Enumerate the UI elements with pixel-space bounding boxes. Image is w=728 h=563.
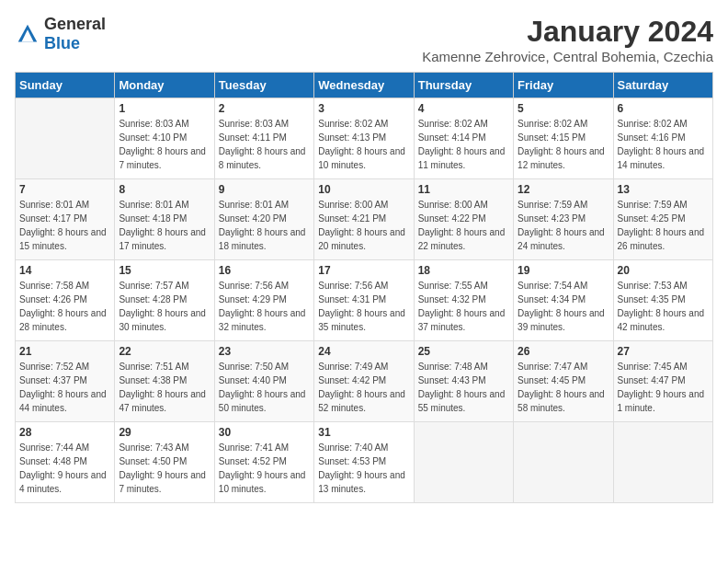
calendar-cell: 14 Sunrise: 7:58 AMSunset: 4:26 PMDaylig… bbox=[16, 260, 115, 341]
day-number: 9 bbox=[219, 183, 310, 196]
day-number: 13 bbox=[618, 183, 709, 196]
day-info: Sunrise: 7:55 AMSunset: 4:32 PMDaylight:… bbox=[418, 279, 509, 334]
subtitle: Kamenne Zehrovice, Central Bohemia, Czec… bbox=[422, 49, 713, 64]
day-info: Sunrise: 8:01 AMSunset: 4:18 PMDaylight:… bbox=[119, 198, 210, 253]
day-number: 16 bbox=[219, 264, 310, 277]
calendar-week-row: 21 Sunrise: 7:52 AMSunset: 4:37 PMDaylig… bbox=[16, 341, 713, 422]
day-info: Sunrise: 7:45 AMSunset: 4:47 PMDaylight:… bbox=[618, 360, 709, 415]
calendar-cell: 20 Sunrise: 7:53 AMSunset: 4:35 PMDaylig… bbox=[613, 260, 712, 341]
calendar-cell: 3 Sunrise: 8:02 AMSunset: 4:13 PMDayligh… bbox=[314, 98, 414, 179]
day-number: 14 bbox=[19, 264, 110, 277]
day-info: Sunrise: 7:43 AMSunset: 4:50 PMDaylight:… bbox=[119, 441, 210, 496]
day-info: Sunrise: 7:49 AMSunset: 4:42 PMDaylight:… bbox=[318, 360, 409, 415]
calendar-cell bbox=[514, 422, 613, 503]
day-info: Sunrise: 8:00 AMSunset: 4:21 PMDaylight:… bbox=[318, 198, 409, 253]
calendar-cell: 21 Sunrise: 7:52 AMSunset: 4:37 PMDaylig… bbox=[16, 341, 115, 422]
logo-icon bbox=[15, 21, 40, 47]
day-info: Sunrise: 7:41 AMSunset: 4:52 PMDaylight:… bbox=[219, 441, 310, 496]
day-number: 18 bbox=[418, 264, 509, 277]
calendar-cell: 10 Sunrise: 8:00 AMSunset: 4:21 PMDaylig… bbox=[314, 179, 414, 260]
day-info: Sunrise: 7:51 AMSunset: 4:38 PMDaylight:… bbox=[119, 360, 210, 415]
calendar-header: SundayMondayTuesdayWednesdayThursdayFrid… bbox=[16, 73, 713, 98]
day-info: Sunrise: 8:03 AMSunset: 4:10 PMDaylight:… bbox=[119, 117, 210, 172]
title-block: January 2024 Kamenne Zehrovice, Central … bbox=[422, 15, 713, 64]
calendar-week-row: 28 Sunrise: 7:44 AMSunset: 4:48 PMDaylig… bbox=[16, 422, 713, 503]
calendar-table: SundayMondayTuesdayWednesdayThursdayFrid… bbox=[15, 72, 713, 503]
day-number: 31 bbox=[318, 426, 409, 439]
day-number: 28 bbox=[19, 426, 110, 439]
calendar-cell: 29 Sunrise: 7:43 AMSunset: 4:50 PMDaylig… bbox=[115, 422, 214, 503]
day-info: Sunrise: 8:02 AMSunset: 4:16 PMDaylight:… bbox=[618, 117, 709, 172]
day-number: 4 bbox=[418, 102, 509, 115]
calendar-cell: 17 Sunrise: 7:56 AMSunset: 4:31 PMDaylig… bbox=[314, 260, 414, 341]
day-number: 11 bbox=[418, 183, 509, 196]
calendar-cell: 30 Sunrise: 7:41 AMSunset: 4:52 PMDaylig… bbox=[214, 422, 313, 503]
day-number: 26 bbox=[518, 345, 609, 358]
calendar-cell bbox=[414, 422, 513, 503]
day-number: 30 bbox=[219, 426, 310, 439]
calendar-cell: 11 Sunrise: 8:00 AMSunset: 4:22 PMDaylig… bbox=[414, 179, 513, 260]
weekday-header-wednesday: Wednesday bbox=[314, 73, 414, 98]
weekday-header-tuesday: Tuesday bbox=[214, 73, 313, 98]
logo: General Blue bbox=[15, 15, 106, 53]
calendar-cell: 24 Sunrise: 7:49 AMSunset: 4:42 PMDaylig… bbox=[314, 341, 414, 422]
calendar-cell bbox=[16, 98, 115, 179]
calendar-week-row: 1 Sunrise: 8:03 AMSunset: 4:10 PMDayligh… bbox=[16, 98, 713, 179]
day-info: Sunrise: 8:01 AMSunset: 4:20 PMDaylight:… bbox=[219, 198, 310, 253]
day-number: 24 bbox=[318, 345, 409, 358]
header: General Blue January 2024 Kamenne Zehrov… bbox=[15, 15, 713, 64]
day-info: Sunrise: 7:40 AMSunset: 4:53 PMDaylight:… bbox=[318, 441, 409, 496]
calendar-cell: 25 Sunrise: 7:48 AMSunset: 4:43 PMDaylig… bbox=[414, 341, 513, 422]
day-info: Sunrise: 8:03 AMSunset: 4:11 PMDaylight:… bbox=[219, 117, 310, 172]
weekday-header-thursday: Thursday bbox=[414, 73, 513, 98]
day-info: Sunrise: 8:01 AMSunset: 4:17 PMDaylight:… bbox=[19, 198, 110, 253]
day-info: Sunrise: 8:02 AMSunset: 4:13 PMDaylight:… bbox=[318, 117, 409, 172]
main-title: January 2024 bbox=[422, 15, 713, 49]
day-number: 10 bbox=[318, 183, 409, 196]
calendar-cell: 27 Sunrise: 7:45 AMSunset: 4:47 PMDaylig… bbox=[613, 341, 712, 422]
calendar-cell: 31 Sunrise: 7:40 AMSunset: 4:53 PMDaylig… bbox=[314, 422, 414, 503]
day-number: 17 bbox=[318, 264, 409, 277]
calendar-cell: 6 Sunrise: 8:02 AMSunset: 4:16 PMDayligh… bbox=[613, 98, 712, 179]
day-info: Sunrise: 7:58 AMSunset: 4:26 PMDaylight:… bbox=[19, 279, 110, 334]
calendar-week-row: 7 Sunrise: 8:01 AMSunset: 4:17 PMDayligh… bbox=[16, 179, 713, 260]
calendar-cell: 2 Sunrise: 8:03 AMSunset: 4:11 PMDayligh… bbox=[214, 98, 313, 179]
day-info: Sunrise: 7:54 AMSunset: 4:34 PMDaylight:… bbox=[518, 279, 609, 334]
day-number: 19 bbox=[518, 264, 609, 277]
day-number: 25 bbox=[418, 345, 509, 358]
day-number: 21 bbox=[19, 345, 110, 358]
calendar-cell: 22 Sunrise: 7:51 AMSunset: 4:38 PMDaylig… bbox=[115, 341, 214, 422]
day-info: Sunrise: 7:48 AMSunset: 4:43 PMDaylight:… bbox=[418, 360, 509, 415]
calendar-cell: 26 Sunrise: 7:47 AMSunset: 4:45 PMDaylig… bbox=[514, 341, 613, 422]
calendar-cell: 7 Sunrise: 8:01 AMSunset: 4:17 PMDayligh… bbox=[16, 179, 115, 260]
day-info: Sunrise: 7:53 AMSunset: 4:35 PMDaylight:… bbox=[618, 279, 709, 334]
logo-general: General bbox=[44, 15, 106, 33]
calendar-cell: 4 Sunrise: 8:02 AMSunset: 4:14 PMDayligh… bbox=[414, 98, 513, 179]
calendar-cell: 8 Sunrise: 8:01 AMSunset: 4:18 PMDayligh… bbox=[115, 179, 214, 260]
day-number: 20 bbox=[618, 264, 709, 277]
weekday-header-friday: Friday bbox=[514, 73, 613, 98]
day-info: Sunrise: 7:52 AMSunset: 4:37 PMDaylight:… bbox=[19, 360, 110, 415]
day-info: Sunrise: 7:44 AMSunset: 4:48 PMDaylight:… bbox=[19, 441, 110, 496]
day-info: Sunrise: 7:50 AMSunset: 4:40 PMDaylight:… bbox=[219, 360, 310, 415]
calendar-cell: 16 Sunrise: 7:56 AMSunset: 4:29 PMDaylig… bbox=[214, 260, 313, 341]
day-number: 23 bbox=[219, 345, 310, 358]
calendar-week-row: 14 Sunrise: 7:58 AMSunset: 4:26 PMDaylig… bbox=[16, 260, 713, 341]
weekday-header-saturday: Saturday bbox=[613, 73, 712, 98]
calendar-cell: 13 Sunrise: 7:59 AMSunset: 4:25 PMDaylig… bbox=[613, 179, 712, 260]
weekday-row: SundayMondayTuesdayWednesdayThursdayFrid… bbox=[16, 73, 713, 98]
day-number: 8 bbox=[119, 183, 210, 196]
logo-blue: Blue bbox=[44, 34, 80, 52]
calendar-cell: 12 Sunrise: 7:59 AMSunset: 4:23 PMDaylig… bbox=[514, 179, 613, 260]
logo-text: General Blue bbox=[44, 15, 106, 53]
calendar-cell: 23 Sunrise: 7:50 AMSunset: 4:40 PMDaylig… bbox=[214, 341, 313, 422]
calendar-cell: 5 Sunrise: 8:02 AMSunset: 4:15 PMDayligh… bbox=[514, 98, 613, 179]
day-number: 29 bbox=[119, 426, 210, 439]
calendar-cell: 9 Sunrise: 8:01 AMSunset: 4:20 PMDayligh… bbox=[214, 179, 313, 260]
day-number: 22 bbox=[119, 345, 210, 358]
calendar-cell: 28 Sunrise: 7:44 AMSunset: 4:48 PMDaylig… bbox=[16, 422, 115, 503]
day-info: Sunrise: 8:02 AMSunset: 4:15 PMDaylight:… bbox=[518, 117, 609, 172]
calendar-cell: 1 Sunrise: 8:03 AMSunset: 4:10 PMDayligh… bbox=[115, 98, 214, 179]
day-number: 3 bbox=[318, 102, 409, 115]
day-number: 15 bbox=[119, 264, 210, 277]
